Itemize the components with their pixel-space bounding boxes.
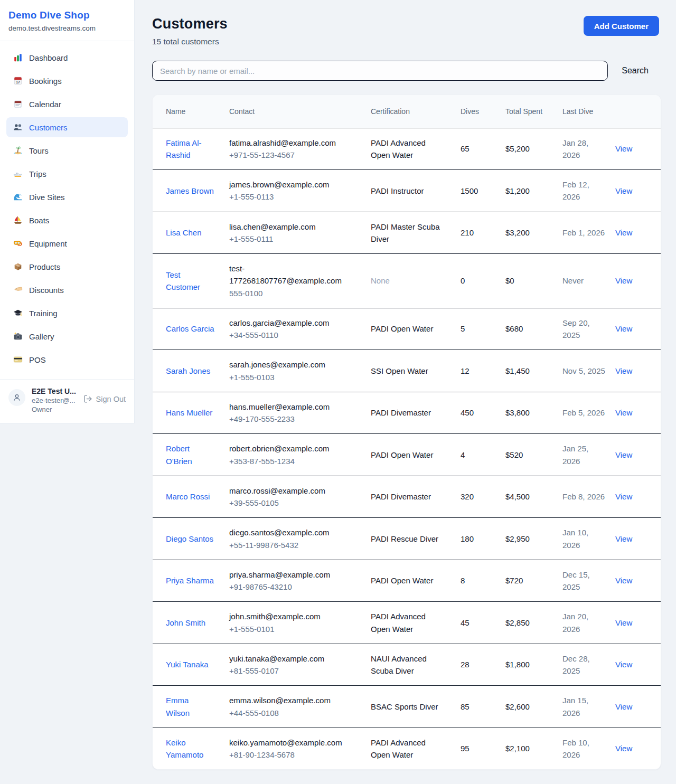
customer-certification: PADI Open Water [371,560,461,602]
user-name: E2E Test U... [32,387,77,395]
sidebar-item-tours[interactable]: Tours [6,140,128,160]
column-header-total-spent: Total Spent [505,95,562,128]
shop-subdomain: demo.test.divestreams.com [8,24,126,32]
view-link[interactable]: View [615,186,632,195]
customer-email: emma.wilson@example.com [229,694,355,706]
view-link[interactable]: View [615,450,632,459]
view-link[interactable]: View [615,744,632,753]
table-row: John Smith john.smith@example.com +1-555… [153,602,661,644]
customer-dives: 180 [461,518,505,560]
customer-last-dive: Sep 20, 2025 [562,308,615,350]
search-button[interactable]: Search [608,66,661,75]
sidebar-item-customers[interactable]: Customers [6,117,128,137]
sidebar-item-label: Gallery [29,332,54,341]
customer-name-link[interactable]: John Smith [166,618,205,627]
customer-name-link[interactable]: Hans Mueller [166,408,212,417]
customer-total-spent: $1,200 [505,170,562,212]
view-link[interactable]: View [615,366,632,375]
view-link[interactable]: View [615,276,632,285]
view-link[interactable]: View [615,660,632,669]
sidebar-item-calendar[interactable]: Calendar [6,94,128,114]
page-title: Customers [152,16,228,32]
svg-text:17: 17 [16,80,20,84]
table-row: Hans Mueller hans.mueller@example.com +4… [153,392,661,434]
customer-name-link[interactable]: Sarah Jones [166,366,210,375]
table-row: Robert O'Brien robert.obrien@example.com… [153,434,661,476]
sidebar-item-dive-sites[interactable]: Dive Sites [6,187,128,207]
customer-name-link[interactable]: Carlos Garcia [166,324,214,333]
user-role: Owner [32,405,77,413]
column-header-contact: Contact [229,95,371,128]
view-link[interactable]: View [615,144,632,153]
view-link[interactable]: View [615,576,632,585]
table-header-row: Name Contact Certification Dives Total S… [153,95,661,128]
camera-icon [13,332,23,342]
sidebar-item-training[interactable]: Training [6,303,128,323]
customer-email: marco.rossi@example.com [229,485,355,497]
customer-certification: PADI Master Scuba Diver [371,212,461,254]
people-icon [13,122,23,133]
sidebar-item-pos[interactable]: POS [6,350,128,370]
customer-phone: +353-87-555-1234 [229,455,355,467]
sidebar-item-label: Training [29,309,58,318]
customer-certification: PADI Instructor [371,170,461,212]
customer-name-link[interactable]: Marco Rossi [166,492,210,501]
view-link[interactable]: View [615,228,632,237]
sidebar-item-discounts[interactable]: Discounts [6,280,128,300]
customer-total-spent: $2,850 [505,602,562,644]
column-header-name: Name [153,95,229,128]
sidebar-item-boats[interactable]: Boats [6,210,128,230]
sidebar-item-dashboard[interactable]: Dashboard [6,48,128,68]
view-link[interactable]: View [615,702,632,711]
customer-certification: PADI Divemaster [371,476,461,518]
customer-total-spent: $2,600 [505,686,562,728]
customer-name-link[interactable]: Priya Sharma [166,576,214,585]
view-link[interactable]: View [615,534,632,543]
customer-name-link[interactable]: Emma Wilson [166,696,190,717]
column-header-last-dive: Last Dive [562,95,615,128]
add-customer-button[interactable]: Add Customer [584,16,659,36]
sidebar-item-label: Customers [29,123,68,132]
sign-out-button[interactable]: Sign Out [83,394,126,403]
customer-dives: 1500 [461,170,505,212]
sidebar-item-products[interactable]: Products [6,257,128,277]
customer-email: james.brown@example.com [229,178,355,191]
customer-phone: +971-55-123-4567 [229,149,355,161]
customer-last-dive: Feb 8, 2026 [562,476,615,518]
view-link[interactable]: View [615,618,632,627]
sidebar-item-gallery[interactable]: Gallery [6,326,128,346]
customer-name-link[interactable]: Fatima Al-Rashid [166,138,202,159]
sidebar-item-equipment[interactable]: Equipment [6,233,128,253]
customer-name-link[interactable]: Test Customer [166,270,200,291]
customer-name-link[interactable]: Keiko Yamamoto [166,738,203,759]
customer-phone: +44-555-0108 [229,707,355,719]
customer-total-spent: $5,200 [505,128,562,170]
customer-phone: +81-90-1234-5678 [229,749,355,761]
customer-email: lisa.chen@example.com [229,221,355,233]
table-row: Lisa Chen lisa.chen@example.com +1-555-0… [153,212,661,254]
customer-last-dive: Dec 15, 2025 [562,560,615,602]
customer-last-dive: Nov 5, 2025 [562,350,615,392]
sidebar-item-trips[interactable]: Trips [6,164,128,184]
island-icon [13,146,23,156]
customer-dives: 5 [461,308,505,350]
customer-name-link[interactable]: Diego Santos [166,534,213,543]
view-link[interactable]: View [615,324,632,333]
sidebar-item-label: Boats [29,216,49,225]
search-input[interactable] [152,61,608,81]
calendar-pad-icon [13,99,23,109]
customer-name-link[interactable]: Yuki Tanaka [166,660,209,669]
view-link[interactable]: View [615,408,632,417]
customers-table: Name Contact Certification Dives Total S… [153,95,661,769]
sidebar-item-bookings[interactable]: 17 Bookings [6,71,128,91]
customer-email: fatima.alrashid@example.com [229,137,355,149]
customer-dives: 210 [461,212,505,254]
tag-icon [13,285,23,295]
customer-dives: 450 [461,392,505,434]
view-link[interactable]: View [615,492,632,501]
customer-certification: SSI Open Water [371,350,461,392]
customer-name-link[interactable]: James Brown [166,186,214,195]
table-body: Fatima Al-Rashid fatima.alrashid@example… [153,128,661,769]
customer-name-link[interactable]: Lisa Chen [166,228,202,237]
customer-name-link[interactable]: Robert O'Brien [166,444,192,465]
